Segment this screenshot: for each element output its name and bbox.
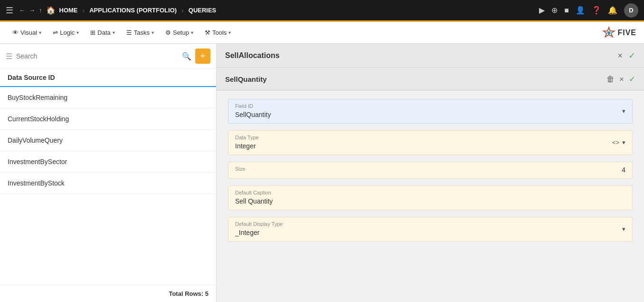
tools-label: Tools — [212, 29, 227, 36]
forward-button[interactable]: → — [29, 7, 35, 14]
size-value[interactable]: 4 — [622, 166, 625, 174]
data-type-actions: <> ▾ — [612, 139, 625, 146]
panel-title: SellAllocations — [225, 51, 280, 60]
sub-panel-close-button[interactable]: × — [619, 75, 624, 84]
field-id-label: Field ID — [235, 103, 622, 109]
panel-confirm-button[interactable]: ✓ — [628, 50, 635, 61]
sidebar-footer: Total Rows: 5 — [0, 285, 216, 302]
data-type-inner: Data Type Integer — [235, 135, 612, 150]
list-item[interactable]: DailyVolumeQuery — [0, 130, 216, 151]
tools-chevron: ▾ — [228, 30, 231, 35]
data-type-value[interactable]: Integer — [235, 142, 612, 150]
list-item[interactable]: InvestmentByStock — [0, 173, 216, 194]
default-display-type-inner: Default Display Type _Integer — [235, 221, 622, 236]
five-logo: FIVE — [602, 26, 636, 39]
setup-label: Setup — [173, 29, 189, 36]
sub-panel-confirm-button[interactable]: ✓ — [629, 74, 635, 84]
avatar[interactable]: D — [624, 3, 638, 18]
size-label: Size — [235, 166, 622, 172]
list-item[interactable]: BuyStockRemaining — [0, 87, 216, 108]
data-type-field: Data Type Integer <> ▾ — [228, 130, 633, 155]
tasks-menu[interactable]: ☰ Tasks ▾ — [122, 26, 159, 39]
stop-icon[interactable]: ■ — [564, 6, 569, 15]
default-caption-label: Default Caption — [235, 190, 625, 195]
visual-label: Visual — [20, 29, 37, 36]
field-id-value[interactable]: SellQuantity — [235, 111, 622, 118]
code-icon[interactable]: <> — [612, 139, 619, 146]
bell-icon[interactable]: 🔔 — [608, 6, 617, 15]
default-display-type-actions: ▾ — [622, 225, 625, 233]
second-navbar: 👁 Visual ▾ ⇌ Logic ▾ ⊞ Data ▾ ☰ Tasks ▾ … — [0, 22, 644, 44]
field-id-inner: Field ID SellQuantity — [235, 103, 622, 118]
setup-menu[interactable]: ⚙ Setup ▾ — [161, 26, 198, 39]
breadcrumb-sep-2: › — [181, 7, 184, 14]
svg-point-2 — [607, 31, 610, 34]
search-icon[interactable]: 🔍 — [182, 52, 191, 61]
red-arrow-annotation: ↗ — [639, 74, 644, 88]
setup-chevron: ▾ — [191, 30, 193, 35]
data-label: Data — [97, 29, 110, 36]
search-input[interactable] — [16, 52, 178, 60]
field-id-actions: ▾ — [622, 107, 625, 115]
help-icon[interactable]: ❓ — [592, 6, 601, 15]
logic-icon: ⇌ — [53, 29, 58, 36]
search-circle-icon[interactable]: ⊕ — [551, 6, 558, 15]
breadcrumb-sep-1: › — [83, 7, 85, 14]
sub-panel-title: SellQuantity — [225, 75, 267, 83]
data-chevron: ▾ — [113, 30, 115, 35]
tools-icon: ⚒ — [205, 29, 210, 36]
breadcrumb-applications[interactable]: APPLICATIONS (PORTFOLIO) — [89, 7, 177, 14]
sub-panel-delete-button[interactable]: 🗑 — [606, 75, 615, 84]
sidebar: ☰ 🔍 + Data Source ID BuyStockRemaining C… — [0, 44, 217, 302]
sidebar-header: Data Source ID — [0, 69, 216, 87]
panel-header: SellAllocations × ✓ — [217, 44, 644, 68]
sub-panel-actions: 🗑 × ✓ ↗ — [606, 74, 635, 84]
field-id-field: Field ID SellQuantity ▾ — [228, 99, 633, 124]
default-caption-inner: Default Caption Sell Quantity — [235, 190, 625, 205]
up-button[interactable]: ↑ — [39, 7, 42, 14]
visual-chevron: ▾ — [39, 30, 41, 35]
tools-menu[interactable]: ⚒ Tools ▾ — [200, 26, 236, 39]
logic-label: Logic — [60, 29, 75, 36]
five-logo-text: FIVE — [617, 29, 636, 37]
top-navbar: ☰ ← → ↑ 🏠 HOME › APPLICATIONS (PORTFOLIO… — [0, 0, 644, 22]
default-display-type-chevron-icon[interactable]: ▾ — [622, 225, 625, 233]
size-inner: Size — [235, 166, 622, 174]
back-button[interactable]: ← — [19, 7, 25, 14]
list-item[interactable]: CurrentStockHolding — [0, 108, 216, 130]
filter-icon: ☰ — [6, 52, 12, 61]
field-id-chevron-icon[interactable]: ▾ — [622, 107, 625, 115]
default-display-type-label: Default Display Type — [235, 221, 622, 227]
home-icon[interactable]: 🏠 — [46, 6, 56, 15]
right-panel: SellAllocations × ✓ SellQuantity 🗑 × ✓ ↗… — [217, 44, 644, 302]
logic-chevron: ▾ — [76, 30, 79, 35]
data-type-chevron-icon[interactable]: ▾ — [622, 139, 625, 146]
tasks-icon: ☰ — [126, 29, 132, 36]
default-caption-value[interactable]: Sell Quantity — [235, 197, 625, 205]
add-button[interactable]: + — [195, 49, 210, 64]
play-icon[interactable]: ▶ — [539, 6, 545, 15]
data-type-label: Data Type — [235, 135, 612, 140]
eye-icon: 👁 — [12, 29, 19, 36]
home-label[interactable]: HOME — [59, 7, 78, 14]
size-field: Size 4 — [228, 162, 633, 179]
breadcrumb-queries[interactable]: QUERIES — [189, 7, 217, 14]
list-item[interactable]: InvestmentBySector — [0, 151, 216, 173]
data-icon: ⊞ — [90, 29, 95, 36]
visual-menu[interactable]: 👁 Visual ▾ — [8, 26, 46, 39]
sub-panel-header: SellQuantity 🗑 × ✓ ↗ — [217, 68, 644, 90]
tasks-label: Tasks — [134, 29, 150, 36]
tasks-chevron: ▾ — [152, 30, 154, 35]
default-caption-field: Default Caption Sell Quantity — [228, 185, 633, 210]
hamburger-icon[interactable]: ☰ — [6, 5, 13, 16]
default-display-type-value[interactable]: _Integer — [235, 229, 622, 236]
second-nav-left: 👁 Visual ▾ ⇌ Logic ▾ ⊞ Data ▾ ☰ Tasks ▾ … — [8, 26, 236, 39]
form-area: Field ID SellQuantity ▾ Data Type Intege… — [217, 90, 644, 250]
user-icon[interactable]: 👤 — [576, 6, 585, 15]
data-menu[interactable]: ⊞ Data ▾ — [85, 26, 119, 39]
main-area: ☰ 🔍 + Data Source ID BuyStockRemaining C… — [0, 44, 644, 302]
gear-icon: ⚙ — [165, 29, 171, 36]
panel-close-button[interactable]: × — [617, 51, 623, 61]
default-display-type-field: Default Display Type _Integer ▾ — [228, 217, 633, 242]
logic-menu[interactable]: ⇌ Logic ▾ — [48, 26, 84, 39]
